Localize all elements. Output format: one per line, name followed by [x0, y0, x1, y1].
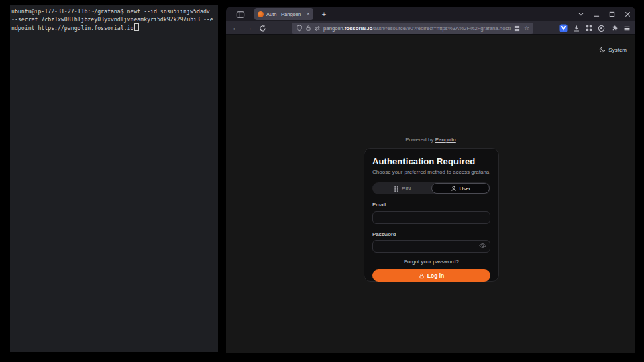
bookmark-star-icon[interactable]: ☆ [524, 25, 529, 32]
containers-grid-icon[interactable] [514, 25, 520, 32]
tab-pin-label: PIN [402, 186, 411, 192]
password-label: Password [372, 231, 490, 237]
permissions-swap-icon[interactable] [314, 25, 321, 32]
window-controls [577, 7, 631, 21]
url-path: /auth/resource/90?redirect=https%3A%2F%2… [372, 25, 511, 32]
tab-close-icon[interactable]: ✕ [307, 11, 310, 17]
email-input[interactable] [372, 211, 490, 224]
lock-icon[interactable] [305, 25, 311, 32]
url-bar[interactable]: pangolin.fossorial.io/auth/resource/90?r… [292, 23, 533, 34]
tab-user[interactable]: User [431, 183, 490, 194]
tab-title: Auth - Pangolin [266, 11, 305, 17]
url-domain: fossorial.io [345, 25, 373, 32]
url-bar-actions: ☆ [514, 25, 529, 32]
new-tab-button[interactable]: + [319, 10, 329, 18]
email-field-wrap [372, 210, 490, 224]
password-field-wrap [372, 239, 490, 253]
terminal-window[interactable]: ubuntu@ip-172-31-27-116:~/grafana$ newt … [10, 5, 218, 352]
powered-by-text: Powered by [405, 137, 433, 143]
reload-button[interactable] [259, 25, 266, 32]
close-window-button[interactable] [623, 10, 631, 18]
firefox-view-icon[interactable] [233, 9, 248, 19]
pangolin-favicon-icon [258, 11, 264, 17]
card-subtitle: Choose your preferred method to access g… [372, 169, 490, 175]
url-text: pangolin.fossorial.io/auth/resource/90?r… [323, 25, 511, 32]
pin-keypad-icon [394, 186, 399, 192]
downloads-icon[interactable] [573, 25, 580, 32]
forgot-password-link[interactable]: Forgot your password? [372, 259, 490, 265]
minimize-button[interactable] [592, 10, 600, 18]
forward-button[interactable]: → [246, 25, 252, 32]
list-tabs-icon[interactable] [577, 10, 585, 18]
extensions-puzzle-icon[interactable] [610, 25, 618, 32]
login-button[interactable]: Log in [372, 269, 490, 282]
apps-grid-icon[interactable] [586, 25, 592, 32]
page-content: System Powered by Pangolin Authenticatio… [226, 35, 635, 353]
show-password-eye-icon[interactable] [479, 242, 486, 249]
email-label: Email [372, 202, 490, 208]
auth-method-tabs: PIN User [372, 182, 490, 194]
auth-card: Authentication Required Choose your pref… [364, 148, 499, 282]
moon-icon [599, 46, 606, 53]
terminal-line: ubuntu@ip-172-31-27-116:~/grafana$ newt … [11, 7, 217, 15]
browser-tab-auth-pangolin[interactable]: Auth - Pangolin ✕ [254, 8, 313, 20]
nav-buttons: ← → [232, 21, 266, 35]
back-button[interactable]: ← [232, 25, 239, 32]
terminal-cursor [134, 23, 139, 31]
user-icon [451, 186, 457, 192]
adblock-circle-icon[interactable] [598, 25, 605, 32]
url-subdomain: pangolin. [323, 25, 345, 32]
powered-by: Powered by Pangolin [226, 137, 635, 143]
theme-toggle[interactable]: System [599, 46, 627, 53]
tab-pin[interactable]: PIN [373, 183, 431, 194]
card-title: Authentication Required [372, 156, 490, 166]
shield-icon[interactable] [296, 25, 303, 32]
terminal-line: --secret 7cbz1xw08lh1jbzey03yxvndljvneam… [11, 15, 217, 23]
toolbar-extensions [559, 21, 631, 35]
login-button-label: Log in [427, 272, 445, 279]
browser-window: Auth - Pangolin ✕ + [226, 7, 635, 353]
login-lock-icon [419, 273, 425, 279]
navigation-bar: ← → [226, 21, 635, 35]
terminal-line-text: ndpoint https://pangolin.fossorial.io [11, 25, 133, 32]
theme-label: System [608, 47, 627, 53]
menu-hamburger-icon[interactable] [623, 25, 631, 32]
maximize-button[interactable] [608, 10, 616, 18]
extension-blue-icon[interactable] [559, 24, 568, 32]
password-input[interactable] [372, 240, 490, 253]
terminal-line: ndpoint https://pangolin.fossorial.io [11, 23, 217, 32]
tab-user-label: User [460, 186, 471, 192]
tab-bar: Auth - Pangolin ✕ + [226, 7, 635, 21]
desktop: ubuntu@ip-172-31-27-116:~/grafana$ newt … [0, 0, 644, 362]
pangolin-link[interactable]: Pangolin [435, 137, 456, 143]
